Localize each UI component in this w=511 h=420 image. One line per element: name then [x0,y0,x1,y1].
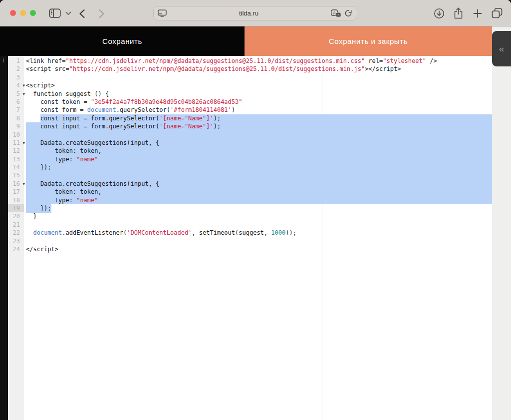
share-icon[interactable] [453,7,464,19]
svg-text:✕: ✕ [337,12,339,16]
gutter-lines: 1234▾5▾67891011▾1213141516▾1718192021222… [8,56,24,420]
url-text: tilda.ru [167,9,331,17]
gutter-line-number: 5▾ [8,90,24,98]
zoom-window-button[interactable] [30,10,36,16]
code-line[interactable]: Dadata.createSuggestions(input, { [24,139,492,147]
code-line[interactable]: const form = document.querySelector('#fo… [24,106,492,114]
page-settings-icon[interactable] [158,9,167,17]
window-controls [10,10,36,16]
collapse-panel-tab[interactable]: « [492,31,511,66]
close-window-button[interactable] [10,10,16,16]
chevrons-left-icon: « [499,43,505,54]
new-tab-icon[interactable] [473,8,483,18]
code-line[interactable]: const token = "3e54f2a4a7f8b30a9e48d95c0… [24,98,492,106]
address-bar[interactable]: tilda.ru A ✕ [153,6,357,20]
svg-text:A: A [333,10,336,15]
gutter-line-number: 13 [8,155,24,163]
gutter-line-number: 1 [8,57,24,65]
code-line[interactable]: <script src="https://cdn.jsdelivr.net/np… [24,65,492,73]
translate-icon[interactable]: A ✕ [331,9,341,17]
reload-icon[interactable] [344,9,352,17]
code-line[interactable]: const input = form.querySelector('[name=… [24,114,492,122]
code-lines: <link href="https://cdn.jsdelivr.net/npm… [24,56,492,253]
gutter-line-number: 9 [8,122,24,130]
gutter-line-number: 24 [8,245,24,253]
gutter-line-number: 10 [8,131,24,139]
forward-icon[interactable] [98,9,105,18]
gutter-line-number: 22 [8,229,24,237]
gutter-line-number: 3 [8,73,24,81]
back-icon[interactable] [79,9,85,18]
browser-toolbar: tilda.ru A ✕ [0,0,511,26]
gutter-line-number: 2 [8,65,24,73]
gutter-line-number: 8 [8,114,24,122]
code-line[interactable] [24,171,492,179]
gutter-line-number: 18 [8,196,24,204]
code-line[interactable]: function suggest () { [24,90,492,98]
gutter-line-number: 14 [8,163,24,171]
code-line[interactable] [24,237,492,245]
minimize-window-button[interactable] [20,10,26,16]
gutter-line-number: 23 [8,237,24,245]
gutter-line-number: 4▾ [8,81,24,89]
gutter-line-number: 21 [8,221,24,229]
code-editor: i 1234▾5▾67891011▾1213141516▾17181920212… [0,56,492,420]
code-line[interactable]: <script> [24,81,492,89]
gutter-line-number: 20 [8,212,24,220]
code-line[interactable]: type: "name" [24,155,492,163]
code-line[interactable]: </script> [24,245,492,253]
sidebar-toggle-icon[interactable] [49,8,61,18]
gutter-line-number: 11▾ [8,139,24,147]
gutter-line-number: 15 [8,171,24,179]
code-line[interactable]: } [24,212,492,220]
chevron-down-icon[interactable] [65,11,71,15]
gutter-line-number: 17 [8,188,24,196]
code-line[interactable]: token: token, [24,188,492,196]
gutter-line-number: 7 [8,106,24,114]
code-line[interactable] [24,73,492,81]
editor-left-strip: i [0,56,8,420]
code-line[interactable]: <link href="https://cdn.jsdelivr.net/npm… [24,57,492,65]
tab-overview-icon[interactable] [491,7,503,19]
info-icon[interactable]: i [2,56,4,64]
code-line[interactable]: type: "name" [24,196,492,204]
browser-window: tilda.ru A ✕ [0,0,511,420]
gutter-line-number: 12 [8,147,24,155]
code-line[interactable]: }); [24,204,492,212]
code-line[interactable]: const input = form.querySelector('[name=… [24,122,492,130]
downloads-icon[interactable] [434,8,445,19]
code-line[interactable]: token: token, [24,147,492,155]
code-area[interactable]: <link href="https://cdn.jsdelivr.net/npm… [24,56,492,420]
save-button[interactable]: Сохранить [0,26,245,56]
save-and-close-button[interactable]: Сохранить и закрыть [245,26,492,56]
gutter-line-number: 16▾ [8,180,24,188]
code-line[interactable]: document.addEventListener('DOMContentLoa… [24,229,492,237]
code-line[interactable] [24,221,492,229]
gutter-line-number: 6 [8,98,24,106]
code-line[interactable] [24,131,492,139]
code-line[interactable]: }); [24,163,492,171]
code-line[interactable]: Dadata.createSuggestions(input, { [24,180,492,188]
editor-action-bar: Сохранить Сохранить и закрыть [0,26,492,56]
right-rail: « [492,26,511,420]
gutter-line-number: 19 [8,204,24,212]
